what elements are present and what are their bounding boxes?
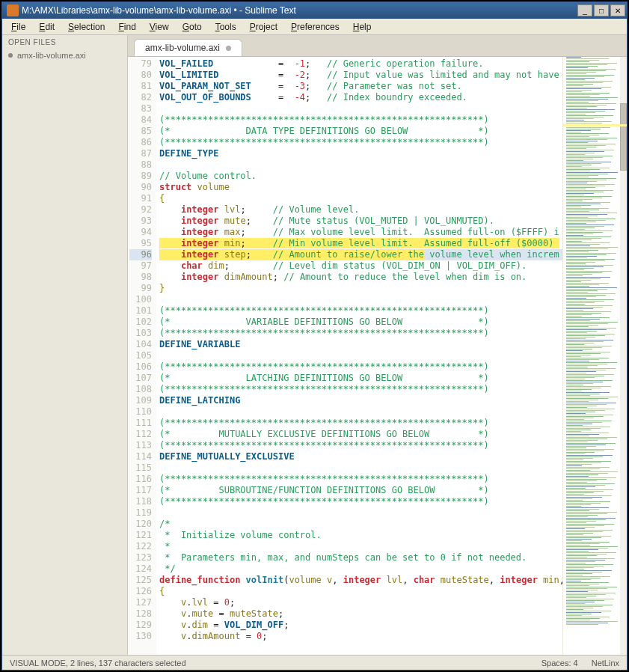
code-line[interactable] (159, 294, 562, 305)
editor-body: 7980818283848586878889909192939495969798… (128, 56, 627, 655)
code-line[interactable]: * Parameters min, max, and numSteps can … (159, 552, 562, 563)
app-window: M:\AMX\Libraries\amx-lib-volume\amx-lib-… (1, 1, 628, 671)
code-line[interactable]: } (159, 283, 562, 294)
menu-selection[interactable]: Selection (62, 20, 111, 34)
code-line[interactable]: char dim; // Level dim status (VOL_DIM_O… (159, 260, 562, 272)
status-indent[interactable]: Spaces: 4 (541, 659, 578, 668)
tab-dirty-icon (226, 46, 231, 51)
menu-goto[interactable]: Goto (177, 20, 208, 34)
code-line[interactable]: DEFINE_MUTUALLY_EXCLUSIVE (159, 451, 562, 462)
code-line[interactable]: (***************************************… (159, 496, 562, 507)
app-icon (7, 4, 19, 16)
code-line[interactable]: VOL_PARAM_NOT_SET = -3; // Parameter was… (159, 81, 562, 92)
code-line[interactable]: integer step; // Amount to raise/lower t… (159, 249, 562, 260)
code-line[interactable]: // Volume control. (159, 171, 562, 182)
code-line[interactable]: DEFINE_VARIABLE (159, 339, 562, 350)
code-line[interactable] (159, 406, 562, 418)
code-line[interactable]: v.lvl = 0; (159, 597, 562, 608)
menu-file[interactable]: File (5, 20, 31, 34)
code-line[interactable] (159, 350, 562, 361)
window-buttons: _ □ ✕ (577, 4, 625, 16)
code-line[interactable] (159, 159, 562, 171)
code-line[interactable]: (***************************************… (159, 440, 562, 451)
code-line[interactable]: (***************************************… (159, 384, 562, 395)
code-line[interactable]: { (159, 193, 562, 204)
code-line[interactable]: (* MUTUALLY EXCLUSIVE DEFINITIONS GO BEL… (159, 429, 562, 440)
code-line[interactable]: struct volume (159, 182, 562, 193)
statusbar: VISUAL MODE, 2 lines, 137 characters sel… (2, 655, 627, 670)
code-line[interactable]: (***************************************… (159, 305, 562, 317)
code-line[interactable]: (***************************************… (159, 361, 562, 373)
minimap-scroll-thumb[interactable] (620, 103, 627, 171)
code-line[interactable]: integer mute; // Mute status (VOL_MUTED … (159, 216, 562, 227)
open-files-header: OPEN FILES (2, 35, 127, 49)
code-line[interactable]: (***************************************… (159, 137, 562, 148)
menu-tools[interactable]: Tools (209, 20, 242, 34)
code-line[interactable]: * (159, 541, 562, 552)
code-line[interactable]: integer min; // Min volume level limit. … (159, 238, 562, 249)
code-line[interactable]: define_function volInit(volume v, intege… (159, 575, 562, 586)
close-button[interactable]: ✕ (610, 4, 625, 16)
window-title: M:\AMX\Libraries\amx-lib-volume\amx-lib-… (22, 5, 577, 16)
code-line[interactable]: integer dimAmount; // Amount to reduce t… (159, 272, 562, 283)
code-line[interactable] (159, 507, 562, 519)
minimize-button[interactable]: _ (577, 4, 592, 16)
menu-edit[interactable]: Edit (33, 20, 61, 34)
code-editor[interactable]: VOL_FAILED = -1; // Generic operation fa… (156, 57, 562, 655)
code-line[interactable]: VOL_OUT_OF_BOUNDS = -4; // Index boundry… (159, 92, 562, 103)
code-line[interactable]: integer lvl; // Volume level. (159, 204, 562, 216)
menu-find[interactable]: Find (112, 20, 141, 34)
code-line[interactable]: (* SUBROUTINE/FUNCTION DEFINITIONS GO BE… (159, 485, 562, 496)
dirty-indicator-icon (8, 53, 13, 58)
content-area: OPEN FILES amx-lib-volume.axi amx-lib-vo… (2, 35, 627, 655)
code-line[interactable]: v.dimAmount = 0; (159, 631, 562, 642)
code-line[interactable]: (***************************************… (159, 418, 562, 429)
open-file-label: amx-lib-volume.axi (17, 51, 86, 60)
menu-preferences[interactable]: Preferences (285, 20, 346, 34)
status-syntax[interactable]: NetLinx (592, 659, 619, 668)
code-line[interactable]: { (159, 586, 562, 597)
code-line[interactable]: v.mute = muteState; (159, 608, 562, 620)
minimap[interactable] (562, 57, 627, 655)
code-line[interactable]: (***************************************… (159, 474, 562, 485)
minimap-scroll-track[interactable] (620, 57, 627, 655)
code-line[interactable]: (* DATA TYPE DEFINITIONS GO BELOW *) (159, 126, 562, 137)
code-line[interactable]: DEFINE_LATCHING (159, 395, 562, 406)
tab-label: amx-lib-volume.axi (145, 43, 220, 53)
code-line[interactable]: DEFINE_TYPE (159, 148, 562, 159)
code-line[interactable]: /* (159, 519, 562, 530)
code-line[interactable]: (* VARIABLE DEFINITIONS GO BELOW *) (159, 317, 562, 328)
menubar: File Edit Selection Find View Goto Tools… (2, 19, 627, 35)
titlebar[interactable]: M:\AMX\Libraries\amx-lib-volume\amx-lib-… (2, 2, 627, 19)
menu-help[interactable]: Help (347, 20, 378, 34)
code-line[interactable]: (***************************************… (159, 114, 562, 126)
code-line[interactable]: VOL_LIMITED = -2; // Input value was lim… (159, 70, 562, 81)
code-line[interactable]: v.dim = VOL_DIM_OFF; (159, 620, 562, 631)
maximize-button[interactable]: □ (594, 4, 609, 16)
open-file-item[interactable]: amx-lib-volume.axi (2, 49, 127, 61)
code-line[interactable]: (***************************************… (159, 328, 562, 339)
code-line[interactable]: integer max; // Max volume level limit. … (159, 227, 562, 238)
code-line[interactable] (159, 462, 562, 474)
menu-project[interactable]: Project (244, 20, 283, 34)
sidebar: OPEN FILES amx-lib-volume.axi (2, 35, 128, 655)
code-line[interactable]: * Initialize volume control. (159, 530, 562, 541)
tab-active[interactable]: amx-lib-volume.axi (134, 39, 242, 56)
editor-area: amx-lib-volume.axi 798081828384858687888… (128, 35, 627, 655)
tab-row: amx-lib-volume.axi (128, 35, 627, 56)
code-line[interactable] (159, 103, 562, 114)
status-mode: VISUAL MODE, 2 lines, 137 characters sel… (10, 659, 186, 668)
code-line[interactable]: */ (159, 563, 562, 575)
menu-view[interactable]: View (144, 20, 175, 34)
code-line[interactable]: (* LATCHING DEFINITIONS GO BELOW *) (159, 373, 562, 384)
line-number-gutter[interactable]: 7980818283848586878889909192939495969798… (128, 57, 156, 655)
code-line[interactable]: VOL_FAILED = -1; // Generic operation fa… (159, 58, 562, 70)
